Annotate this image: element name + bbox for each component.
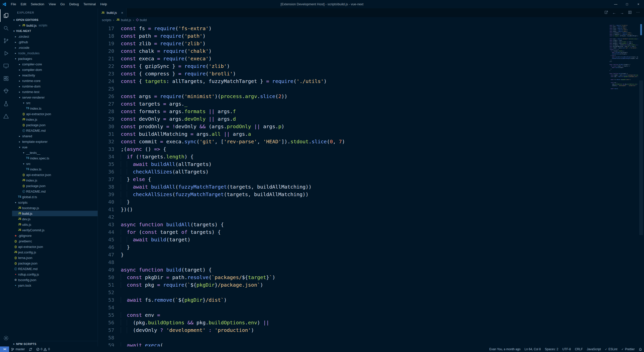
go-back-icon[interactable]: ← — [612, 11, 616, 15]
status-remote[interactable]: >< — [0, 346, 9, 352]
tree-item-src[interactable]: ▾src — [12, 100, 98, 106]
code-line[interactable]: 40 } — [98, 198, 644, 206]
code-line[interactable]: 30const prodOnly = !devOnly && (args.pro… — [98, 123, 644, 130]
split-editor-icon[interactable] — [628, 10, 632, 15]
open-editors-header[interactable]: ▾ OPEN EDITORS — [12, 17, 98, 23]
tree-item-.prettierrc[interactable]: {}.prettierrc — [12, 238, 98, 244]
open-editor-item[interactable]: ×JSbuild.jsscripts — [12, 23, 98, 28]
activity-azure[interactable] — [0, 110, 12, 122]
code-line[interactable]: 52 — [98, 289, 644, 296]
status-eol[interactable]: CRLF — [573, 346, 585, 352]
activity-test-explorer[interactable] — [0, 97, 12, 110]
tree-item-api-extractor.json[interactable]: {}api-extractor.json — [12, 111, 98, 117]
code-line[interactable]: 44 for (const target of targets) { — [98, 228, 644, 236]
code-line[interactable]: 19const zlib = require('zlib') — [98, 40, 644, 47]
menu-selection[interactable]: Selection — [28, 0, 46, 8]
tree-item-index.spec.ts[interactable]: TSindex.spec.ts — [12, 155, 98, 161]
breadcrumb-build.js[interactable]: JSbuild.js — [116, 18, 131, 22]
tree-item-api-extractor.json[interactable]: {}api-extractor.json — [12, 244, 98, 249]
tree-item-index.ts[interactable]: TSindex.ts — [12, 106, 98, 111]
more-actions-icon[interactable] — [636, 10, 640, 15]
tree-item-template-explorer[interactable]: ▸template-explorer — [12, 139, 98, 144]
tree-item-dev.js[interactable]: JSdev.js — [12, 216, 98, 222]
code-line[interactable]: 53 await fs.remove(`${pkgDir}/dist`) — [98, 296, 644, 304]
code-line[interactable]: 21const execa = require('execa') — [98, 55, 644, 62]
code-line[interactable]: 18const path = require('path') — [98, 32, 644, 40]
code-line[interactable]: 43async function buildAll(targets) { — [98, 221, 644, 228]
code-line[interactable]: 58 — [98, 334, 644, 341]
code-line[interactable]: 41})() — [98, 206, 644, 213]
status-encoding[interactable]: UTF-8 — [560, 346, 573, 352]
status-notifications[interactable] — [637, 346, 644, 352]
status-cursor-position[interactable]: Ln 64, Col 8 — [522, 346, 543, 352]
tree-item-reactivity[interactable]: ▸reactivity — [12, 72, 98, 78]
activity-run-debug[interactable] — [0, 47, 12, 60]
activity-search[interactable] — [0, 22, 12, 34]
menu-go[interactable]: Go — [58, 0, 67, 8]
code-line[interactable]: 22const { gzipSync } = require('zlib') — [98, 62, 644, 70]
code-line[interactable]: 45 await build(target) — [98, 236, 644, 243]
tree-item-.vscode[interactable]: ▸.vscode — [12, 45, 98, 50]
code-line[interactable]: 55 const env = — [98, 311, 644, 319]
code-line[interactable]: 48 — [98, 258, 644, 266]
code-line[interactable]: 26const args = require('minimist')(proce… — [98, 93, 644, 100]
tree-item-index.js[interactable]: JSindex.js — [12, 117, 98, 122]
tree-item-bootstrap.js[interactable]: JSbootstrap.js — [12, 205, 98, 211]
code-line[interactable]: 56 (pkg.buildOptions && pkg.buildOptions… — [98, 319, 644, 326]
code-line[interactable]: 27const targets = args._ — [98, 100, 644, 108]
tree-item-runtime-core[interactable]: ▸runtime-core — [12, 78, 98, 83]
code-line[interactable]: 28const formats = args.formats || args.f — [98, 108, 644, 115]
close-tab-button[interactable]: × — [121, 11, 123, 15]
code-line[interactable]: 35 await buildAll(allTargets) — [98, 160, 644, 168]
menu-edit[interactable]: Edit — [18, 0, 28, 8]
activity-manage[interactable] — [0, 332, 12, 344]
tree-item-utils.js[interactable]: JSutils.js — [12, 222, 98, 227]
tree-item-shared[interactable]: ▸shared — [12, 133, 98, 139]
code-line[interactable]: 29const devOnly = args.devOnly || args.d — [98, 115, 644, 123]
tree-item-yarn.lock[interactable]: ●yarn.lock — [12, 283, 98, 288]
activity-live-share[interactable] — [0, 85, 12, 97]
code-line[interactable]: 31const buildAllMatching = args.all || a… — [98, 130, 644, 138]
tree-item-README.md[interactable]: iREADME.md — [12, 128, 98, 133]
activity-remote-explorer[interactable] — [0, 60, 12, 72]
tree-item-verifyCommit.js[interactable]: JSverifyCommit.js — [12, 227, 98, 233]
status-sync[interactable] — [27, 346, 34, 352]
tab-build-js[interactable]: JSbuild.js× — [98, 8, 127, 17]
tree-item-lerna.json[interactable]: {}lerna.json — [12, 255, 98, 260]
tree-item-__tests__[interactable]: ▾__tests__ — [12, 150, 98, 155]
menu-file[interactable]: File — [9, 0, 18, 8]
code-line[interactable]: 50 const pkgDir = path.resolve(`packages… — [98, 274, 644, 281]
breadcrumb-scripts[interactable]: scripts — [102, 18, 111, 22]
go-forward-icon[interactable]: → — [620, 11, 624, 15]
tree-item-src[interactable]: ▾src — [12, 161, 98, 166]
tree-item-server-renderer[interactable]: ▾server-renderer — [12, 95, 98, 100]
activity-extensions[interactable] — [0, 72, 12, 85]
tree-item-vue[interactable]: ▾vue — [12, 144, 98, 150]
tree-item-.circleci[interactable]: ▸.circleci — [12, 34, 98, 39]
scrollbar-thumb[interactable] — [639, 80, 643, 235]
code-line[interactable]: 47} — [98, 251, 644, 258]
tree-item-index.js[interactable]: JSindex.js — [12, 178, 98, 183]
tree-item-README.md[interactable]: iREADME.md — [12, 189, 98, 194]
status-indentation[interactable]: Spaces: 2 — [543, 346, 560, 352]
tree-item-compiler-dom[interactable]: ▸compiler-dom — [12, 67, 98, 72]
tree-item-build.js[interactable]: JSbuild.js — [12, 211, 98, 216]
status-branch[interactable]: master — [9, 346, 27, 352]
code-line[interactable]: 20const chalk = require('chalk') — [98, 47, 644, 55]
code-line[interactable]: 17const fs = require('fs-extra') — [98, 25, 644, 32]
close-editor-button[interactable]: × — [18, 24, 22, 27]
tree-item-package.json[interactable]: {}package.json — [12, 260, 98, 266]
code-line[interactable]: 42 — [98, 213, 644, 221]
code-line[interactable]: 59 await execa( — [98, 341, 644, 346]
code-line[interactable]: 57 (devOnly ? 'development' : 'productio… — [98, 326, 644, 334]
code-line[interactable]: 33;(async () => { — [98, 145, 644, 153]
code-line[interactable]: 49async function build(target) { — [98, 266, 644, 274]
tree-item-runtime-test[interactable]: ▸runtime-test — [12, 89, 98, 95]
tree-item-package.json[interactable]: {}package.json — [12, 122, 98, 128]
code-line[interactable]: 23const { compress } = require('brotli') — [98, 70, 644, 77]
status-problems[interactable]: 00 — [34, 346, 52, 352]
menu-terminal[interactable]: Terminal — [81, 0, 98, 8]
breadcrumb-build[interactable]: build — [136, 18, 147, 22]
open-changes-icon[interactable] — [604, 10, 608, 15]
tree-item-.gitignore[interactable]: ◆.gitignore — [12, 233, 98, 238]
